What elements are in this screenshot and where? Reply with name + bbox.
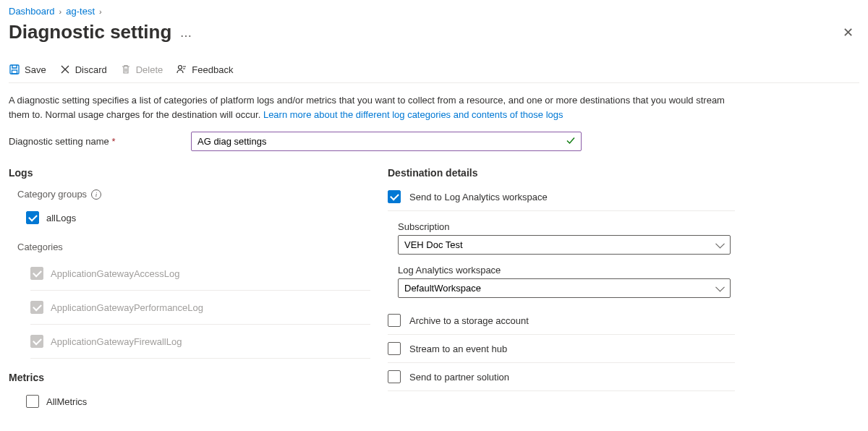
discard-label: Discard bbox=[75, 64, 107, 75]
alllogs-row: allLogs bbox=[26, 207, 370, 229]
close-icon bbox=[59, 64, 71, 75]
feedback-label: Feedback bbox=[192, 64, 233, 75]
category-item: ApplicationGatewayAccessLog bbox=[30, 257, 370, 291]
subscription-select[interactable] bbox=[398, 235, 731, 255]
svg-rect-1 bbox=[12, 70, 17, 74]
category-checkbox-perflog bbox=[30, 301, 43, 314]
archive-checkbox[interactable] bbox=[388, 314, 401, 327]
close-icon[interactable]: ✕ bbox=[837, 22, 859, 43]
checkmark-icon bbox=[566, 135, 576, 148]
trash-icon bbox=[120, 64, 132, 75]
breadcrumb: Dashboard › ag-test › bbox=[9, 6, 859, 17]
category-label: ApplicationGatewayFirewallLog bbox=[51, 336, 182, 347]
partner-row: Send to partner solution bbox=[388, 363, 735, 391]
subscription-label: Subscription bbox=[398, 221, 735, 232]
send-to-la-checkbox[interactable] bbox=[388, 190, 401, 203]
info-icon[interactable]: i bbox=[91, 189, 101, 200]
dest-group-bottom: Archive to a storage account Stream to a… bbox=[388, 312, 735, 391]
setting-name-label: Diagnostic setting name * bbox=[9, 136, 191, 147]
category-checkbox-firewalllog bbox=[30, 335, 43, 348]
title-left: Diagnostic setting ⋯ bbox=[9, 21, 192, 43]
save-icon bbox=[9, 64, 20, 75]
workspace-field: Log Analytics workspace bbox=[398, 265, 735, 298]
svg-rect-0 bbox=[10, 65, 19, 74]
allmetrics-row: AllMetrics bbox=[26, 391, 370, 412]
destination-heading: Destination details bbox=[388, 167, 735, 179]
chevron-right-icon: › bbox=[59, 7, 62, 16]
delete-label: Delete bbox=[136, 64, 163, 75]
feedback-button[interactable]: Feedback bbox=[176, 64, 233, 75]
eventhub-checkbox[interactable] bbox=[388, 342, 401, 355]
metrics-heading: Metrics bbox=[9, 372, 370, 383]
subscription-field: Subscription bbox=[398, 221, 735, 255]
save-label: Save bbox=[25, 64, 46, 75]
archive-label: Archive to a storage account bbox=[409, 315, 529, 326]
send-to-la-label: Send to Log Analytics workspace bbox=[409, 192, 548, 202]
subscription-select-wrap bbox=[398, 235, 731, 255]
archive-row: Archive to a storage account bbox=[388, 312, 735, 335]
breadcrumb-dashboard[interactable]: Dashboard bbox=[9, 6, 55, 17]
allmetrics-label: AllMetrics bbox=[46, 396, 87, 407]
category-checkbox-accesslog bbox=[30, 267, 43, 280]
description-text: A diagnostic setting specifies a list of… bbox=[9, 93, 732, 121]
category-label: ApplicationGatewayPerformanceLog bbox=[51, 302, 203, 313]
setting-name-input-wrap bbox=[191, 132, 582, 151]
category-item: ApplicationGatewayFirewallLog bbox=[30, 325, 370, 359]
page-title: Diagnostic setting bbox=[9, 21, 171, 43]
name-row: Diagnostic setting name * bbox=[9, 132, 859, 151]
logs-column: Logs Category groups i allLogs Categorie… bbox=[9, 167, 370, 412]
categories-label: Categories bbox=[17, 242, 370, 252]
more-icon[interactable]: ⋯ bbox=[180, 29, 192, 43]
category-groups-label: Category groups i bbox=[17, 189, 370, 200]
title-row: Diagnostic setting ⋯ ✕ bbox=[9, 21, 859, 43]
setting-name-input[interactable] bbox=[191, 132, 582, 151]
partner-checkbox[interactable] bbox=[388, 370, 401, 383]
eventhub-row: Stream to an event hub bbox=[388, 335, 735, 363]
feedback-icon bbox=[176, 64, 187, 75]
allmetrics-checkbox[interactable] bbox=[26, 395, 39, 408]
learn-more-link[interactable]: Learn more about the different log categ… bbox=[263, 109, 563, 120]
delete-button: Delete bbox=[120, 64, 163, 75]
destination-column: Destination details Send to Log Analytic… bbox=[388, 167, 735, 412]
toolbar: Save Discard Delete Feedback bbox=[9, 59, 859, 83]
columns: Logs Category groups i allLogs Categorie… bbox=[9, 167, 859, 412]
send-to-la-row: Send to Log Analytics workspace bbox=[388, 189, 735, 211]
required-star: * bbox=[111, 136, 115, 147]
svg-point-2 bbox=[179, 66, 182, 69]
logs-heading: Logs bbox=[9, 167, 370, 179]
category-label: ApplicationGatewayAccessLog bbox=[51, 268, 180, 279]
eventhub-label: Stream to an event hub bbox=[409, 343, 507, 354]
workspace-select[interactable] bbox=[398, 278, 731, 298]
discard-button[interactable]: Discard bbox=[59, 64, 107, 75]
alllogs-label: allLogs bbox=[46, 213, 76, 223]
workspace-label: Log Analytics workspace bbox=[398, 265, 735, 276]
alllogs-checkbox[interactable] bbox=[26, 211, 39, 224]
save-button[interactable]: Save bbox=[9, 64, 46, 75]
chevron-right-icon: › bbox=[99, 7, 102, 16]
category-item: ApplicationGatewayPerformanceLog bbox=[30, 291, 370, 325]
workspace-select-wrap bbox=[398, 278, 731, 298]
breadcrumb-ag-test[interactable]: ag-test bbox=[66, 6, 95, 17]
partner-label: Send to partner solution bbox=[409, 372, 509, 383]
